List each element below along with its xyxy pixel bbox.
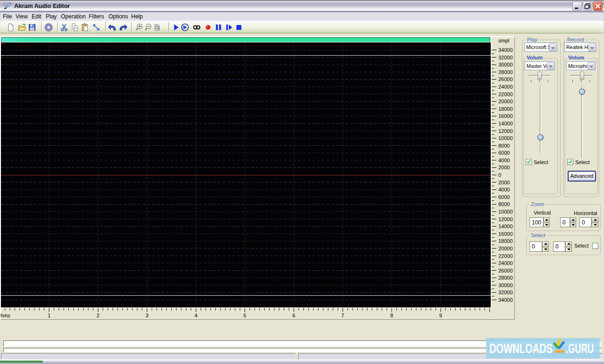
- svg-text:12000: 12000: [498, 128, 513, 134]
- svg-text:4000: 4000: [498, 157, 510, 163]
- svg-text:10000: 10000: [498, 135, 513, 141]
- svg-text:1: 1: [48, 313, 50, 318]
- svg-text:10000: 10000: [498, 209, 513, 215]
- svg-text:24000: 24000: [498, 260, 513, 266]
- svg-text:30000: 30000: [498, 282, 513, 288]
- svg-text:2: 2: [97, 313, 100, 318]
- svg-text:32000: 32000: [498, 55, 513, 60]
- svg-text:34000: 34000: [498, 47, 513, 53]
- svg-text:3: 3: [145, 313, 148, 318]
- svg-text:5: 5: [243, 313, 246, 318]
- svg-text:22000: 22000: [498, 91, 513, 97]
- svg-text:smpl: smpl: [498, 38, 509, 43]
- svg-text:28000: 28000: [498, 69, 513, 75]
- svg-text:12000: 12000: [498, 216, 513, 222]
- svg-text:34000: 34000: [498, 297, 513, 303]
- svg-text:22000: 22000: [498, 253, 513, 259]
- svg-text:14000: 14000: [498, 121, 513, 126]
- svg-text:DOWNLOADS: DOWNLOADS: [489, 341, 553, 356]
- svg-text:8: 8: [390, 313, 393, 318]
- svg-text:28000: 28000: [498, 275, 513, 281]
- svg-text:.GURU: .GURU: [566, 341, 594, 356]
- svg-text:32000: 32000: [498, 290, 513, 295]
- svg-text:20000: 20000: [498, 246, 513, 251]
- svg-text:7: 7: [341, 313, 344, 318]
- svg-text:hms: hms: [0, 313, 10, 318]
- svg-text:24000: 24000: [498, 84, 513, 90]
- svg-text:16000: 16000: [498, 113, 513, 119]
- svg-text:26000: 26000: [498, 76, 513, 82]
- svg-text:14000: 14000: [498, 223, 513, 229]
- svg-text:26000: 26000: [498, 268, 513, 273]
- svg-text:2000: 2000: [498, 165, 510, 170]
- svg-text:4: 4: [194, 313, 197, 318]
- svg-text:0: 0: [498, 172, 501, 178]
- svg-text:6000: 6000: [498, 194, 510, 200]
- svg-text:8000: 8000: [498, 143, 510, 149]
- svg-text:6000: 6000: [498, 150, 510, 156]
- svg-text:6: 6: [293, 313, 295, 318]
- svg-text:18000: 18000: [498, 238, 513, 244]
- svg-text:16000: 16000: [498, 231, 513, 237]
- svg-text:8000: 8000: [498, 201, 510, 207]
- svg-text:30000: 30000: [498, 62, 513, 67]
- svg-text:2000: 2000: [498, 180, 510, 185]
- svg-text:20000: 20000: [498, 99, 513, 104]
- svg-text:4000: 4000: [498, 187, 510, 192]
- svg-text:18000: 18000: [498, 106, 513, 112]
- svg-text:9: 9: [439, 313, 442, 318]
